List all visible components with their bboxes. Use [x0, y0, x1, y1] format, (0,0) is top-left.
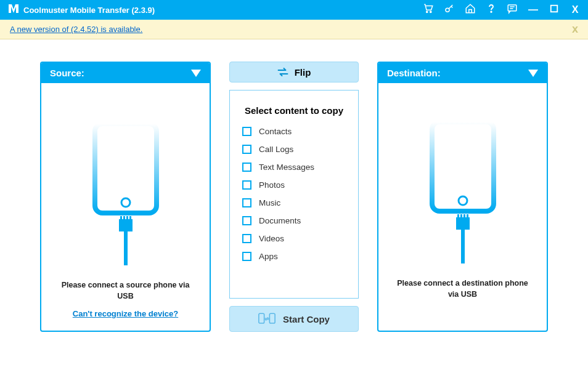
- content-checkbox[interactable]: [242, 216, 251, 225]
- flip-label: Flip: [295, 67, 311, 78]
- svg-rect-15: [269, 313, 275, 323]
- svg-rect-12: [129, 216, 131, 220]
- maximize-button[interactable]: [549, 3, 560, 17]
- main-content: Source: Please connect a source phone vi…: [0, 39, 588, 354]
- content-item: Music: [240, 198, 348, 207]
- content-item-label: Contacts: [259, 127, 292, 136]
- content-item-label: Documents: [259, 216, 301, 225]
- content-item: Videos: [240, 234, 348, 243]
- feedback-icon[interactable]: [507, 3, 518, 17]
- content-item-label: Apps: [259, 252, 278, 261]
- minimize-button[interactable]: —: [528, 4, 539, 15]
- content-select-box: Select content to copy ContactsCall Logs…: [229, 90, 359, 299]
- source-dropdown-icon[interactable]: [191, 70, 201, 77]
- content-item-label: Text Messages: [259, 163, 314, 172]
- svg-rect-5: [551, 6, 558, 12]
- svg-point-2: [446, 8, 449, 12]
- svg-rect-18: [456, 217, 470, 230]
- svg-rect-4: [508, 5, 517, 11]
- svg-rect-20: [460, 214, 462, 218]
- content-item-label: Music: [259, 198, 280, 207]
- titlebar-controls: — X: [423, 3, 581, 17]
- svg-point-7: [121, 198, 130, 207]
- content-item: Photos: [240, 180, 348, 190]
- close-button[interactable]: X: [570, 4, 581, 15]
- destination-header-label: Destination:: [387, 68, 441, 78]
- key-icon[interactable]: [444, 3, 455, 17]
- source-header-label: Source:: [50, 68, 84, 78]
- content-checkbox[interactable]: [242, 127, 251, 136]
- app-logo: [7, 3, 18, 17]
- titlebar: Coolmuster Mobile Transfer (2.3.9) — X: [0, 0, 588, 20]
- content-checkbox[interactable]: [242, 252, 251, 261]
- update-link[interactable]: A new version of (2.4.52) is available.: [10, 25, 142, 34]
- destination-dropdown-icon[interactable]: [528, 70, 538, 77]
- destination-message: Please connect a destination phone via U…: [391, 278, 534, 300]
- destination-phone-icon: [417, 122, 509, 266]
- content-checkbox[interactable]: [242, 234, 251, 243]
- content-item: Text Messages: [240, 163, 348, 172]
- svg-rect-21: [463, 214, 465, 218]
- svg-rect-9: [120, 216, 122, 220]
- source-message: Please connect a source phone via USB: [54, 280, 197, 302]
- content-item-label: Videos: [259, 234, 284, 243]
- content-checkbox[interactable]: [242, 198, 251, 207]
- start-copy-label: Start Copy: [283, 314, 330, 324]
- cart-icon[interactable]: [423, 3, 434, 17]
- start-copy-button[interactable]: Start Copy: [229, 306, 359, 332]
- svg-rect-22: [467, 214, 468, 218]
- content-item: Call Logs: [240, 145, 348, 154]
- svg-rect-14: [259, 313, 264, 323]
- content-checkbox[interactable]: [242, 163, 251, 172]
- content-item: Documents: [240, 216, 348, 225]
- banner-close-icon[interactable]: x: [572, 23, 578, 36]
- source-header: Source:: [41, 63, 210, 83]
- content-item: Contacts: [240, 127, 348, 136]
- svg-rect-23: [461, 230, 465, 263]
- destination-panel: Destination: Please connect a destinatio…: [377, 62, 548, 332]
- start-copy-icon: [258, 312, 276, 326]
- recognize-device-link[interactable]: Can't recognize the device?: [73, 309, 178, 318]
- content-checkbox[interactable]: [242, 145, 251, 154]
- select-title: Select content to copy: [240, 105, 348, 116]
- svg-rect-8: [119, 219, 133, 231]
- help-icon[interactable]: [486, 3, 497, 17]
- content-item-label: Photos: [259, 180, 285, 190]
- flip-icon: [277, 68, 288, 76]
- update-banner: A new version of (2.4.52) is available. …: [0, 20, 588, 39]
- svg-point-3: [491, 12, 492, 13]
- middle-panel: Flip Select content to copy ContactsCall…: [229, 62, 359, 332]
- svg-rect-11: [126, 216, 128, 220]
- content-item: Apps: [240, 252, 348, 261]
- home-icon[interactable]: [465, 3, 476, 17]
- svg-rect-19: [457, 214, 459, 218]
- content-item-label: Call Logs: [259, 145, 293, 154]
- source-body: Please connect a source phone via USB Ca…: [41, 83, 210, 331]
- destination-body: Please connect a destination phone via U…: [378, 83, 547, 331]
- destination-header: Destination:: [378, 63, 547, 83]
- svg-point-0: [427, 11, 428, 12]
- svg-rect-10: [123, 216, 125, 220]
- svg-point-17: [459, 196, 467, 205]
- content-checkbox[interactable]: [242, 180, 251, 190]
- svg-point-1: [430, 11, 431, 12]
- source-phone-icon: [80, 124, 172, 268]
- svg-rect-13: [124, 231, 128, 265]
- flip-button[interactable]: Flip: [229, 62, 359, 82]
- source-panel: Source: Please connect a source phone vi…: [40, 62, 211, 332]
- app-title: Coolmuster Mobile Transfer (2.3.9): [23, 6, 423, 15]
